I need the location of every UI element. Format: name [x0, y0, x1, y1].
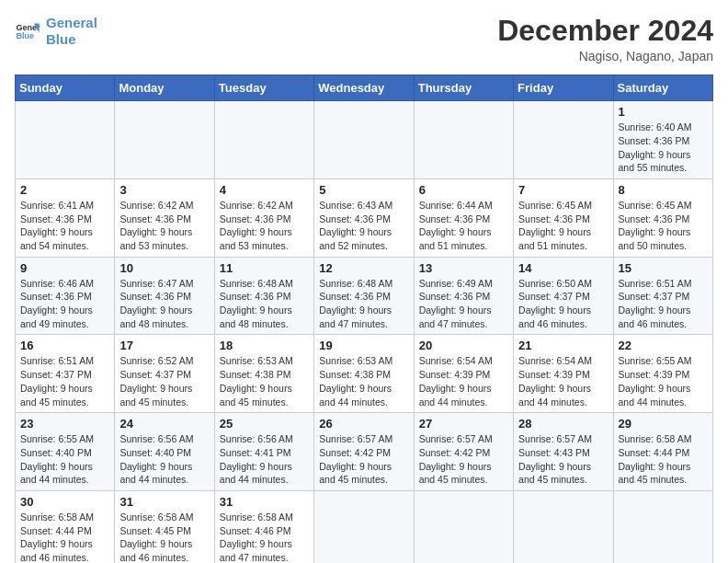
day-info: Sunrise: 6:52 AMSunset: 4:37 PMDaylight:… — [119, 354, 209, 408]
calendar-cell: 22Sunrise: 6:55 AMSunset: 4:39 PMDayligh… — [613, 335, 712, 413]
day-info: Sunrise: 6:48 AMSunset: 4:36 PMDaylight:… — [220, 277, 309, 331]
day-info: Sunrise: 6:45 AMSunset: 4:36 PMDaylight:… — [619, 199, 708, 253]
calendar-cell: 24Sunrise: 6:56 AMSunset: 4:40 PMDayligh… — [115, 413, 214, 491]
day-number: 9 — [20, 261, 109, 275]
day-info: Sunrise: 6:57 AMSunset: 4:42 PMDaylight:… — [419, 432, 508, 487]
calendar-cell: 19Sunrise: 6:53 AMSunset: 4:38 PMDayligh… — [314, 335, 414, 413]
weekday-header-wednesday: Wednesday — [314, 75, 414, 101]
day-info: Sunrise: 6:54 AMSunset: 4:39 PMDaylight:… — [419, 354, 508, 408]
calendar-cell: 21Sunrise: 6:54 AMSunset: 4:39 PMDayligh… — [514, 335, 613, 413]
calendar-cell — [514, 490, 613, 563]
calendar-week-4: 16Sunrise: 6:51 AMSunset: 4:37 PMDayligh… — [16, 335, 713, 413]
calendar-cell — [414, 490, 513, 563]
day-info: Sunrise: 6:43 AMSunset: 4:36 PMDaylight:… — [319, 199, 408, 253]
day-number: 27 — [419, 417, 508, 431]
calendar-cell: 14Sunrise: 6:50 AMSunset: 4:37 PMDayligh… — [514, 257, 613, 335]
calendar-cell: 26Sunrise: 6:57 AMSunset: 4:42 PMDayligh… — [314, 413, 414, 491]
calendar-cell: 31Sunrise: 6:58 AMSunset: 4:45 PMDayligh… — [115, 490, 214, 563]
day-info: Sunrise: 6:45 AMSunset: 4:36 PMDaylight:… — [518, 199, 608, 253]
calendar-cell: 5Sunrise: 6:43 AMSunset: 4:36 PMDaylight… — [314, 178, 414, 257]
day-number: 4 — [220, 183, 309, 197]
day-info: Sunrise: 6:56 AMSunset: 4:40 PMDaylight:… — [119, 432, 209, 487]
calendar-week-3: 9Sunrise: 6:46 AMSunset: 4:36 PMDaylight… — [16, 257, 713, 335]
day-info: Sunrise: 6:58 AMSunset: 4:45 PMDaylight:… — [119, 511, 209, 563]
title-block: December 2024 Nagiso, Nagano, Japan — [497, 15, 713, 63]
calendar-cell: 2Sunrise: 6:41 AMSunset: 4:36 PMDaylight… — [16, 178, 115, 257]
calendar-cell — [613, 490, 712, 563]
day-info: Sunrise: 6:58 AMSunset: 4:44 PMDaylight:… — [20, 511, 109, 563]
day-info: Sunrise: 6:50 AMSunset: 4:37 PMDaylight:… — [518, 277, 608, 331]
calendar-cell: 9Sunrise: 6:46 AMSunset: 4:36 PMDaylight… — [16, 257, 115, 335]
weekday-header-monday: Monday — [115, 75, 214, 101]
calendar-cell: 29Sunrise: 6:58 AMSunset: 4:44 PMDayligh… — [613, 413, 712, 491]
day-info: Sunrise: 6:57 AMSunset: 4:43 PMDaylight:… — [518, 432, 608, 487]
day-number: 26 — [319, 417, 408, 431]
calendar-cell — [115, 101, 214, 179]
day-number: 28 — [518, 417, 608, 431]
calendar-cell: 16Sunrise: 6:51 AMSunset: 4:37 PMDayligh… — [16, 335, 115, 413]
calendar-cell: 30Sunrise: 6:58 AMSunset: 4:44 PMDayligh… — [16, 490, 115, 563]
day-info: Sunrise: 6:40 AMSunset: 4:36 PMDaylight:… — [619, 121, 708, 175]
calendar-cell: 1Sunrise: 6:40 AMSunset: 4:36 PMDaylight… — [613, 101, 712, 179]
calendar-cell: 17Sunrise: 6:52 AMSunset: 4:37 PMDayligh… — [115, 335, 214, 413]
calendar-cell: 3Sunrise: 6:42 AMSunset: 4:36 PMDaylight… — [115, 178, 214, 257]
logo-text: GeneralBlue — [46, 15, 97, 48]
day-number: 19 — [319, 339, 408, 352]
calendar-cell: 4Sunrise: 6:42 AMSunset: 4:36 PMDaylight… — [214, 178, 313, 257]
calendar-cell — [314, 490, 414, 563]
calendar-cell: 12Sunrise: 6:48 AMSunset: 4:36 PMDayligh… — [314, 257, 414, 335]
day-info: Sunrise: 6:51 AMSunset: 4:37 PMDaylight:… — [20, 354, 109, 408]
day-info: Sunrise: 6:47 AMSunset: 4:36 PMDaylight:… — [119, 277, 209, 331]
calendar-cell: 7Sunrise: 6:45 AMSunset: 4:36 PMDaylight… — [514, 178, 613, 257]
calendar-cell: 10Sunrise: 6:47 AMSunset: 4:36 PMDayligh… — [115, 257, 214, 335]
day-info: Sunrise: 6:42 AMSunset: 4:36 PMDaylight:… — [119, 199, 209, 253]
calendar-cell — [514, 101, 613, 179]
day-number: 8 — [619, 183, 708, 197]
day-number: 24 — [119, 417, 209, 431]
day-number: 23 — [20, 417, 109, 431]
calendar-cell: 25Sunrise: 6:56 AMSunset: 4:41 PMDayligh… — [214, 413, 313, 491]
day-number: 29 — [619, 417, 708, 431]
logo-icon: General Blue — [15, 18, 40, 44]
calendar-week-6: 30Sunrise: 6:58 AMSunset: 4:44 PMDayligh… — [16, 490, 713, 563]
weekday-header-friday: Friday — [514, 75, 613, 101]
day-number: 12 — [319, 261, 408, 275]
weekday-header-saturday: Saturday — [613, 75, 712, 101]
day-info: Sunrise: 6:48 AMSunset: 4:36 PMDaylight:… — [319, 277, 408, 331]
day-info: Sunrise: 6:54 AMSunset: 4:39 PMDaylight:… — [518, 354, 608, 408]
calendar-cell: 31Sunrise: 6:58 AMSunset: 4:46 PMDayligh… — [214, 490, 313, 563]
day-info: Sunrise: 6:53 AMSunset: 4:38 PMDaylight:… — [220, 354, 309, 408]
day-info: Sunrise: 6:44 AMSunset: 4:36 PMDaylight:… — [419, 199, 508, 253]
day-info: Sunrise: 6:57 AMSunset: 4:42 PMDaylight:… — [319, 432, 408, 487]
day-number: 30 — [20, 495, 109, 509]
day-number: 3 — [119, 183, 209, 197]
calendar-cell: 11Sunrise: 6:48 AMSunset: 4:36 PMDayligh… — [214, 257, 313, 335]
day-info: Sunrise: 6:56 AMSunset: 4:41 PMDaylight:… — [220, 432, 309, 487]
day-number: 21 — [518, 339, 608, 352]
calendar-cell — [214, 101, 313, 179]
calendar-week-1: 1Sunrise: 6:40 AMSunset: 4:36 PMDaylight… — [16, 101, 713, 179]
day-number: 25 — [220, 417, 309, 431]
calendar-cell: 28Sunrise: 6:57 AMSunset: 4:43 PMDayligh… — [514, 413, 613, 491]
logo: General Blue GeneralBlue — [15, 15, 97, 48]
day-info: Sunrise: 6:49 AMSunset: 4:36 PMDaylight:… — [419, 277, 508, 331]
svg-text:Blue: Blue — [16, 31, 34, 40]
calendar-cell — [414, 101, 513, 179]
day-number: 2 — [20, 183, 109, 197]
day-number: 31 — [220, 495, 309, 509]
calendar-cell: 15Sunrise: 6:51 AMSunset: 4:37 PMDayligh… — [613, 257, 712, 335]
day-number: 20 — [419, 339, 508, 352]
weekday-header-sunday: Sunday — [16, 75, 115, 101]
day-info: Sunrise: 6:41 AMSunset: 4:36 PMDaylight:… — [20, 199, 109, 253]
day-number: 11 — [220, 261, 309, 275]
day-number: 17 — [119, 339, 209, 352]
calendar-week-5: 23Sunrise: 6:55 AMSunset: 4:40 PMDayligh… — [16, 413, 713, 491]
calendar-cell — [16, 101, 115, 179]
calendar-table: SundayMondayTuesdayWednesdayThursdayFrid… — [15, 75, 713, 563]
day-info: Sunrise: 6:58 AMSunset: 4:46 PMDaylight:… — [220, 511, 309, 563]
day-number: 10 — [119, 261, 209, 275]
day-info: Sunrise: 6:58 AMSunset: 4:44 PMDaylight:… — [619, 432, 708, 487]
day-info: Sunrise: 6:46 AMSunset: 4:36 PMDaylight:… — [20, 277, 109, 331]
calendar-cell: 8Sunrise: 6:45 AMSunset: 4:36 PMDaylight… — [613, 178, 712, 257]
calendar-week-2: 2Sunrise: 6:41 AMSunset: 4:36 PMDaylight… — [16, 178, 713, 257]
